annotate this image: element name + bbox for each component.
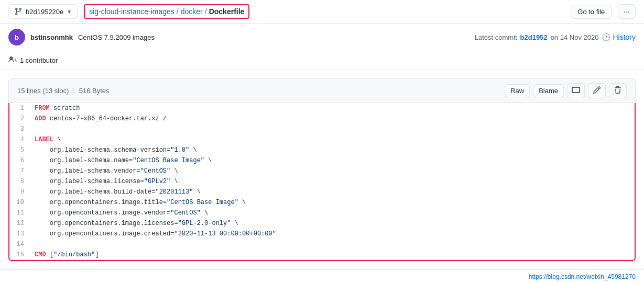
table-row: 14	[9, 239, 635, 250]
table-row: 6 org.label-schema.name="CentOS Base Ima…	[9, 155, 635, 166]
breadcrumb-file: Dockerfile	[209, 7, 245, 16]
line-code: org.opencontainers.image.licenses="GPL-2…	[30, 218, 635, 229]
line-code: FROM scratch	[30, 103, 635, 114]
breadcrumb-repo-link[interactable]: sig-cloud-instance-images	[89, 7, 174, 16]
size-meta: 516 Bytes	[79, 87, 110, 95]
line-code: ADD centos-7-x86_64-docker.tar.xz /	[30, 114, 635, 124]
footer-link[interactable]: https://blog.csdn.net/weixin_45981270	[529, 273, 636, 280]
edit-button[interactable]	[588, 83, 606, 98]
line-number: 11	[9, 208, 30, 218]
blame-button[interactable]: Blame	[533, 84, 564, 97]
line-code: LABEL \	[30, 134, 635, 145]
trash-icon	[614, 86, 622, 94]
line-number: 13	[9, 229, 30, 239]
commit-bar: b bstinsonmhk CentOS 7.9.2009 images Lat…	[0, 24, 644, 51]
table-row: 8 org.label-schema.license="GPLv2" \	[9, 176, 635, 187]
avatar-initial: b	[15, 33, 19, 41]
go-to-file-button[interactable]: Go to file	[571, 5, 612, 19]
line-code: org.label-schema.name="CentOS Base Image…	[30, 155, 635, 166]
footer-bar: https://blog.csdn.net/weixin_45981270	[0, 269, 644, 283]
table-row: 10 org.opencontainers.image.title="CentO…	[9, 197, 635, 208]
contributors-bar: 1 contributor	[0, 51, 644, 70]
line-code: org.label-schema.schema-version="1.0" \	[30, 145, 635, 155]
line-number: 10	[9, 197, 30, 208]
line-number: 7	[9, 166, 30, 176]
code-block: 1FROM scratch2ADD centos-7-x86_64-docker…	[8, 103, 636, 261]
line-number: 14	[9, 239, 30, 250]
file-meta-bar: 15 lines (13 sloc) | 516 Bytes Raw Blame	[8, 78, 636, 103]
breadcrumb-sep1: /	[177, 7, 179, 16]
code-table: 1FROM scratch2ADD centos-7-x86_64-docker…	[9, 103, 635, 260]
top-bar: b2d195220e ▼ sig-cloud-instance-images /…	[0, 0, 644, 24]
raw-button[interactable]: Raw	[505, 84, 530, 97]
breadcrumb-folder-link[interactable]: docker	[181, 7, 203, 16]
breadcrumb-sep2: /	[205, 7, 207, 16]
file-meta-actions: Raw Blame	[505, 83, 627, 98]
line-number: 2	[9, 114, 30, 124]
line-number: 8	[9, 176, 30, 187]
meta-sep: |	[73, 87, 74, 95]
commit-bar-right: Latest commit b2d1952 on 14 Nov 2020 🕐 H…	[475, 33, 636, 41]
line-code: CMD ["/bin/bash"]	[30, 250, 635, 260]
commit-author-link[interactable]: bstinsonmhk	[30, 33, 73, 41]
display-icon	[572, 86, 580, 94]
line-number: 3	[9, 124, 30, 134]
line-code	[30, 124, 635, 134]
line-code: org.opencontainers.image.vendor="CentOS"…	[30, 208, 635, 218]
history-label: History	[613, 33, 636, 41]
line-number: 1	[9, 103, 30, 114]
lines-meta: 15 lines (13 sloc)	[17, 87, 69, 95]
table-row: 11 org.opencontainers.image.vendor="Cent…	[9, 208, 635, 218]
commit-message: CentOS 7.9.2009 images	[78, 33, 155, 41]
avatar: b	[8, 29, 25, 46]
table-row: 7 org.label-schema.vendor="CentOS" \	[9, 166, 635, 176]
line-number: 12	[9, 218, 30, 229]
git-branch-icon	[14, 7, 23, 16]
display-mode-button[interactable]	[567, 83, 585, 98]
line-code: org.label-schema.build-date="20201113" \	[30, 187, 635, 197]
edit-icon	[593, 86, 601, 94]
table-row: 9 org.label-schema.build-date="20201113"…	[9, 187, 635, 197]
table-row: 13 org.opencontainers.image.created="202…	[9, 229, 635, 239]
table-row: 15CMD ["/bin/bash"]	[9, 250, 635, 260]
history-clock-icon: 🕐	[602, 33, 610, 41]
contributors-icon	[8, 55, 17, 65]
line-code: org.opencontainers.image.created="2020-1…	[30, 229, 635, 239]
latest-commit-label: Latest commit	[475, 33, 517, 41]
breadcrumb: sig-cloud-instance-images / docker / Doc…	[84, 4, 249, 19]
commit-date: on 14 Nov 2020	[551, 33, 599, 41]
branch-chevron-icon: ▼	[67, 9, 72, 15]
line-code: org.label-schema.license="GPLv2" \	[30, 176, 635, 187]
table-row: 3	[9, 124, 635, 134]
contributors-label: 1 contributor	[20, 56, 58, 64]
line-code	[30, 239, 635, 250]
table-row: 12 org.opencontainers.image.licenses="GP…	[9, 218, 635, 229]
line-number: 9	[9, 187, 30, 197]
history-link[interactable]: 🕐 History	[602, 33, 636, 41]
table-row: 1FROM scratch	[9, 103, 635, 114]
branch-selector[interactable]: b2d195220e ▼	[8, 4, 78, 19]
commit-hash-link[interactable]: b2d1952	[520, 33, 548, 41]
line-number: 15	[9, 250, 30, 260]
line-code: org.opencontainers.image.title="CentOS B…	[30, 197, 635, 208]
branch-name: b2d195220e	[26, 8, 63, 16]
delete-button[interactable]	[609, 83, 627, 98]
more-options-button[interactable]: ···	[618, 4, 636, 19]
line-number: 5	[9, 145, 30, 155]
table-row: 2ADD centos-7-x86_64-docker.tar.xz /	[9, 114, 635, 124]
line-number: 6	[9, 155, 30, 166]
line-number: 4	[9, 134, 30, 145]
table-row: 5 org.label-schema.schema-version="1.0" …	[9, 145, 635, 155]
line-code: org.label-schema.vendor="CentOS" \	[30, 166, 635, 176]
table-row: 4LABEL \	[9, 134, 635, 145]
